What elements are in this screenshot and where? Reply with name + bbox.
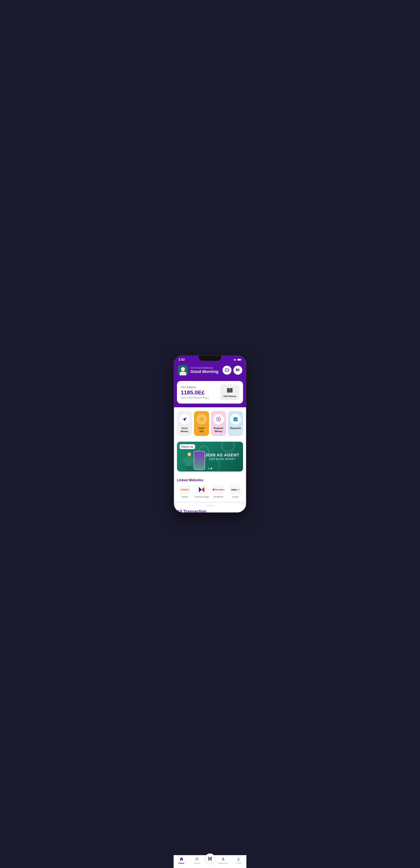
qr-button[interactable] bbox=[233, 366, 242, 375]
good-morning-label: Good Morning bbox=[190, 369, 218, 374]
requests-icon bbox=[230, 414, 241, 425]
svg-point-7 bbox=[201, 490, 202, 492]
balance-card: Your Balance 1185.0E£ (Sent 0.0E£ Withdr… bbox=[177, 381, 243, 404]
drag-handle bbox=[206, 505, 214, 506]
linked-websites-title: Linked Websites bbox=[177, 478, 243, 482]
banner-logo-text: Payco bbox=[181, 445, 189, 448]
greeting-label: Hi Ahmed Abdelhady bbox=[190, 366, 218, 369]
phone-scroll[interactable]: 2:52 bbox=[174, 355, 246, 513]
banner-section: Payco oo JOIN A bbox=[174, 440, 246, 475]
avatar bbox=[178, 365, 188, 375]
balance-label: Your Balance bbox=[181, 386, 209, 389]
websites-grid: talabat Talabat Carrefour Egypt bbox=[177, 485, 243, 498]
svg-rect-1 bbox=[241, 359, 241, 360]
request-money-label: RequestMoney bbox=[214, 427, 223, 433]
header-text: Hi Ahmed Abdelhady Good Morning bbox=[190, 366, 218, 374]
banner-subtitle: AND EARN MONEY bbox=[205, 458, 239, 461]
linked-websites-section: Linked Websites talabat Talabat bbox=[174, 475, 246, 502]
transactions-title: All Transaction bbox=[177, 509, 243, 513]
transactions-section: All Transaction Send Money Ahmed Fikry -… bbox=[174, 503, 246, 513]
website-item-maxab[interactable]: maxab maxab bbox=[228, 485, 243, 498]
carrefour-svg bbox=[198, 486, 205, 493]
actions-section: SendMoney CashOut RequestMoney bbox=[174, 407, 246, 440]
balance-sub: (Sent 0.0E£ Withdraw Req.) bbox=[181, 397, 209, 399]
banner-title: JOIN AS AGENT bbox=[205, 453, 239, 458]
banner-dots bbox=[208, 468, 212, 469]
phone-frame: 2:52 bbox=[174, 355, 246, 513]
request-money-icon bbox=[213, 414, 224, 425]
add-money-button[interactable]: Add Money bbox=[220, 384, 239, 400]
svg-marker-4 bbox=[199, 487, 202, 492]
carrefour-name: Carrefour Egypt bbox=[194, 496, 209, 498]
status-time: 2:52 bbox=[178, 358, 185, 362]
header: Hi Ahmed Abdelhady Good Morning bbox=[174, 363, 246, 381]
notch bbox=[199, 355, 221, 361]
breadfast-name: BreadFast bbox=[214, 496, 223, 498]
svg-marker-5 bbox=[202, 487, 204, 492]
requests-label: Requests bbox=[230, 427, 241, 430]
svg-point-8 bbox=[213, 489, 214, 491]
svg-rect-3 bbox=[227, 389, 233, 393]
website-item-breadfast[interactable]: Breadfast BreadFast bbox=[211, 485, 226, 498]
breadfast-logo: Breadfast bbox=[212, 485, 224, 494]
banner[interactable]: Payco oo JOIN A bbox=[177, 442, 243, 471]
svg-point-6 bbox=[201, 488, 202, 489]
cash-out-label: CashOut bbox=[199, 427, 205, 433]
atm-button[interactable] bbox=[222, 366, 232, 375]
website-item-carrefour[interactable]: Carrefour Egypt bbox=[194, 485, 209, 498]
atm-icon bbox=[224, 368, 230, 373]
phone-mockup bbox=[194, 451, 205, 470]
balance-section: Your Balance 1185.0E£ (Sent 0.0E£ Withdr… bbox=[174, 381, 246, 407]
maxab-name: maxab bbox=[232, 496, 238, 498]
balance-amount: 1185.0E£ bbox=[181, 390, 209, 396]
talabat-name: Talabat bbox=[181, 496, 188, 498]
send-money-label: SendMoney bbox=[181, 427, 188, 433]
banner-dot-2 bbox=[211, 468, 212, 469]
wallet-icon bbox=[227, 387, 233, 394]
requests-card[interactable]: Requests bbox=[228, 411, 243, 436]
wifi-icon bbox=[233, 359, 236, 361]
banner-text-area: JOIN AS AGENT AND EARN MONEY bbox=[205, 453, 239, 461]
talabat-logo: talabat bbox=[179, 485, 190, 494]
banner-logo-bg: Payco oo bbox=[180, 444, 195, 449]
send-money-icon bbox=[179, 414, 190, 425]
send-money-card[interactable]: SendMoney bbox=[177, 411, 192, 436]
maxab-logo: maxab bbox=[230, 485, 241, 494]
cash-out-card[interactable]: CashOut bbox=[194, 411, 209, 436]
battery-icon bbox=[237, 359, 242, 361]
qr-icon bbox=[235, 368, 240, 373]
svg-rect-2 bbox=[238, 359, 240, 361]
header-actions bbox=[222, 366, 242, 375]
header-left: Hi Ahmed Abdelhady Good Morning bbox=[178, 365, 218, 375]
cash-out-icon bbox=[197, 414, 207, 425]
status-icons bbox=[233, 359, 242, 361]
carrefour-logo bbox=[196, 485, 208, 494]
request-money-card[interactable]: RequestMoney bbox=[211, 411, 226, 436]
balance-left: Your Balance 1185.0E£ (Sent 0.0E£ Withdr… bbox=[181, 386, 209, 399]
banner-dot-1 bbox=[208, 468, 209, 469]
add-money-label: Add Money bbox=[223, 395, 236, 398]
website-item-talabat[interactable]: talabat Talabat bbox=[177, 485, 192, 498]
